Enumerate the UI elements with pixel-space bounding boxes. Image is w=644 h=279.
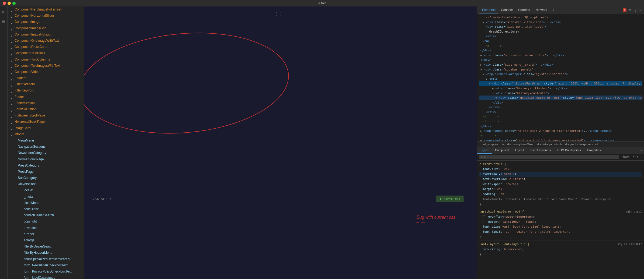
- html-line[interactable]: </div>: [479, 105, 642, 110]
- add-rule-icon[interactable]: +: [640, 155, 642, 159]
- sidebar-item-componenttwocols[interactable]: ComponentTwoColumns: [8, 56, 84, 63]
- sidebar-item-deviation[interactable]: deviation: [8, 225, 84, 231]
- tab-network[interactable]: Network: [533, 7, 550, 13]
- css-property-text-overflow[interactable]: text-overflow: ellipsis;: [479, 177, 642, 182]
- sidebar-item-imagecard[interactable]: ImageCard: [8, 125, 84, 131]
- breadcrumb-item[interactable]: div.historyPaneWrap: [507, 142, 535, 146]
- html-line[interactable]: </a>: [479, 39, 642, 44]
- sidebar-item-universaltext[interactable]: Universaltext: [8, 181, 84, 187]
- sidebar-item-componenttwoimages[interactable]: ComponentTwoImagesWithText: [8, 63, 84, 69]
- html-line[interactable]: ▶ <app-window class="ng-tns-c358-10 hide…: [479, 138, 642, 141]
- html-line[interactable]: ▶ <div class="history-title-bar">...</di…: [479, 86, 642, 91]
- html-line[interactable]: </div>: [479, 100, 642, 105]
- sidebar-item-componentimgrid[interactable]: ComponentImageGrid: [8, 25, 84, 31]
- html-line[interactable]: ▶ <div class="side-menu-item-icon">...</…: [479, 20, 642, 25]
- css-property-overflow-auto[interactable]: overflow: auto !important;: [479, 214, 642, 220]
- settings-icon[interactable]: ⚙: [629, 8, 632, 12]
- sidebar-item-formnewsletter[interactable]: form_NewsletterCheckboxText: [8, 262, 84, 269]
- sidebar-item-subcategory[interactable]: SubCategory: [8, 175, 84, 181]
- tab-sources[interactable]: Sources: [515, 7, 533, 13]
- css-checkbox-height[interactable]: [483, 221, 485, 223]
- html-line[interactable]: </div>: [479, 48, 642, 53]
- sidebar-item-fullscreenscrollpage[interactable]: FullscreenScrollPage: [8, 112, 84, 119]
- fullscreen-button[interactable]: [12, 2, 16, 5]
- sidebar-item-filterkeyword[interactable]: FilterKeyword: [8, 87, 84, 94]
- sidebar-item-locale[interactable]: locale:: [8, 187, 84, 193]
- sidebar-item-presscategory[interactable]: PressCategory: [8, 163, 84, 169]
- breadcrumb-item[interactable]: div.history-contents: [536, 142, 563, 146]
- sidebar-item-enlarge[interactable]: enlarge: [8, 237, 84, 243]
- html-line[interactable]: </div>: [479, 58, 642, 62]
- html-line[interactable]: <!------>: [479, 114, 642, 119]
- sidebar-item-copyright[interactable]: copyright: [8, 218, 84, 225]
- sidebar-item-footersection[interactable]: FooterSection: [8, 100, 84, 106]
- sidebar-item-componenthero[interactable]: ComponentHeroImageFullscreen: [8, 6, 84, 13]
- html-line[interactable]: <div class="side-menu-item-label">: [479, 24, 642, 29]
- css-property-height-calc[interactable]: height: calc(100vh - 60px);: [479, 220, 642, 225]
- html-line[interactable]: </div>: [479, 34, 642, 39]
- tab-console[interactable]: Console: [498, 7, 515, 13]
- css-property-font-family-var[interactable]: font-family: var(--editor-font-family) !…: [479, 229, 642, 235]
- html-line[interactable]: ▼ <div class="sidebar__panels">: [479, 67, 642, 72]
- dots-menu[interactable]: ⋮⋮⋮: [274, 11, 287, 16]
- sidebar-item-horizontalscrollpage[interactable]: HorizontalScrollPage: [8, 119, 84, 125]
- sidebar-item-componenthslider[interactable]: ComponentHorizontalSlider: [8, 13, 84, 19]
- tab-more-bottom[interactable]: »: [638, 147, 644, 154]
- html-line[interactable]: GraphIQL explorer: [479, 29, 642, 34]
- sidebar-item-componentimage[interactable]: ComponentImage: [8, 19, 84, 25]
- html-line[interactable]: ▶ <div class="side-menu__main-bottom">..…: [479, 53, 642, 58]
- sidebar-item-findspecializedretailer[interactable]: findASpecializedRetailerNearYou: [8, 256, 84, 262]
- tab-dom-breakpoints[interactable]: DOM Breakpoints: [554, 147, 584, 154]
- css-filter-input[interactable]: [479, 155, 619, 159]
- close-icon[interactable]: ✕: [639, 8, 642, 12]
- html-line[interactable]: ▶ <div class="side-menu__extra">...</div…: [479, 62, 642, 67]
- sidebar-item-formsalutation[interactable]: FormSalutation: [8, 106, 84, 112]
- html-line[interactable]: <!------>: [479, 44, 642, 48]
- tab-event-listeners[interactable]: Event Listeners: [527, 147, 554, 154]
- css-property-font-family[interactable]: font-family: Consolas, Inconsolata, "Dro…: [479, 197, 642, 202]
- html-line[interactable]: </div>: [479, 110, 642, 115]
- css-checkbox-overflow[interactable]: [483, 216, 485, 218]
- sidebar-item-componentoneimage[interactable]: ComponentOneImageWithText: [8, 38, 84, 44]
- download-button[interactable]: ⬇ DOWNLOAD: [436, 196, 463, 202]
- sidebar-item-infodot[interactable]: infodot: [8, 131, 84, 137]
- html-line-selected[interactable]: ▼ <div class="historyPaneWrap" style="he…: [479, 81, 642, 86]
- tab-styles[interactable]: Styles: [477, 147, 492, 154]
- sidebar-item-meta[interactable]: _meta: [8, 194, 84, 200]
- cls-icon[interactable]: .cls: [631, 155, 638, 159]
- css-property-box-sizing[interactable]: box-sizing: border-box;: [479, 247, 642, 252]
- tab-more[interactable]: »: [550, 7, 557, 13]
- sidebar-item-epaper[interactable]: ePaper: [8, 231, 84, 237]
- panel-icon-grid[interactable]: ⊞: [1, 9, 6, 15]
- css-property-font-size[interactable]: font-size: 12px;: [479, 167, 642, 172]
- sidebar-item-formprivacy[interactable]: form_PrivacyPolicyCheckboxText: [8, 269, 84, 275]
- css-property-margin[interactable]: margin: 0px;: [479, 187, 642, 192]
- sidebar-item-faqitem[interactable]: FaqItem: [8, 75, 84, 81]
- tab-layout[interactable]: Layout: [512, 147, 527, 154]
- html-line[interactable]: ▶ <app-window class="ng-tns-c358-2 hide …: [479, 129, 642, 133]
- minimize-button[interactable]: [8, 2, 11, 5]
- html-line[interactable]: ▼ <app-element-wrapper class="ng-star-in…: [479, 72, 642, 77]
- html-line[interactable]: ▼ <div>: [479, 77, 642, 82]
- html-line[interactable]: ▼ <div class="history-contents">: [479, 91, 642, 96]
- sidebar-item-contactdealersearch[interactable]: contactDealerSearch: [8, 212, 84, 218]
- html-line[interactable]: </div>: [479, 124, 642, 129]
- sidebar-item-megamenu[interactable]: MegaMenu: [8, 137, 84, 144]
- sidebar-item-formlabelcatalogues[interactable]: form_labelCatalogues: [8, 275, 84, 279]
- html-line-selected2[interactable]: ▼ <div class="graphiql-explorer-root" st…: [479, 96, 642, 100]
- sidebar-item-componentpresscards[interactable]: ComponentPressCards: [8, 44, 84, 50]
- css-property-overflow[interactable]: → overflow-y: scroll;: [479, 172, 642, 177]
- sidebar-item-navigationsections[interactable]: NavigationSections: [8, 144, 84, 150]
- sidebar-item-presspage[interactable]: PressPage: [8, 169, 84, 175]
- close-button[interactable]: [3, 2, 6, 5]
- sidebar-item-footer[interactable]: Footer: [8, 94, 84, 100]
- sidebar-item-codeblock[interactable]: codeBlock: [8, 206, 84, 212]
- html-line[interactable]: ctive" aria-label="GraphIQL explorer">: [479, 15, 642, 20]
- breadcrumb-item[interactable]: ...int_wrapper: [479, 142, 499, 146]
- sidebar-item-componentvideo[interactable]: ComponentVideo: [8, 69, 84, 75]
- sidebar-item-closemenu[interactable]: closeMenu: [8, 200, 84, 206]
- html-line[interactable]: <!------>: [479, 133, 642, 138]
- sidebar-item-filterbyheadermenu[interactable]: filterByHeaderMenu: [8, 250, 84, 256]
- tab-computed[interactable]: Computed: [492, 147, 512, 154]
- sidebar-item-componentimhotspot[interactable]: ComponentImageHotspot: [8, 31, 84, 38]
